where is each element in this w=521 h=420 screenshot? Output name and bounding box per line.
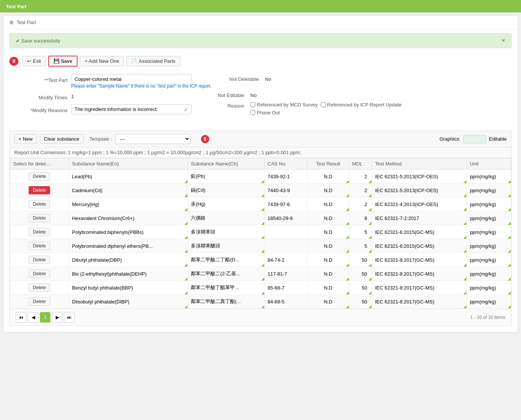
cell-test-result-5: N.D <box>307 239 349 253</box>
not-editable-value: No <box>250 92 257 98</box>
modify-reasons-label: *Modify Reasons <box>15 105 67 113</box>
cell-name-en-0: Lead(Pb) <box>69 170 188 183</box>
cell-mdl-9: 50 <box>349 295 372 309</box>
cell-cas-3: 18540-29-9 <box>264 211 307 225</box>
page-1-button[interactable]: 1 <box>40 312 50 323</box>
title-bar: Test Part <box>0 0 521 12</box>
page-header-title: Test Part <box>17 20 36 25</box>
graphics-label: Graphics: <box>439 136 460 142</box>
cell-unit-1: ppm(mg/kg) <box>467 183 511 197</box>
badge-8: 8 <box>201 135 209 143</box>
col-name-ch: Substance Name(Ch) <box>188 158 265 170</box>
cell-test-method-0: IEC 62321-5:2013(ICP-OES) <box>372 170 467 183</box>
cell-test-result-2: N.D <box>307 197 349 211</box>
cell-delete-1: Delete <box>10 183 69 197</box>
page-header: ⊞ Test Part <box>3 16 518 29</box>
cell-test-result-8: N.D <box>307 281 349 295</box>
cell-mdl-5: 5 <box>349 239 372 253</box>
checkbox-phase-out-input[interactable] <box>250 110 255 115</box>
cell-test-method-2: IEC 62321-4:2013(ICP-OES) <box>372 197 467 211</box>
document-icon: 📄 <box>131 58 137 64</box>
cell-name-en-8: Benzyl butyl phthalate(BBP) <box>69 281 188 295</box>
cell-name-en-4: Polybrominated biphenyls(PBBs) <box>69 225 188 239</box>
cell-unit-6: ppm(mg/kg) <box>467 253 511 267</box>
exit-button[interactable]: ↩ Exit <box>22 56 46 66</box>
not-editable-label: Not Editable <box>210 92 244 98</box>
cell-name-en-2: Mercury(Hg) <box>69 197 188 211</box>
clear-substance-button[interactable]: Clear substance <box>40 134 84 144</box>
delete-button-8[interactable]: Delete <box>29 284 50 292</box>
col-name-en: Substance Name(En) <box>69 158 188 170</box>
delete-button-1[interactable]: Delete <box>29 186 50 194</box>
checkbox-mcd-input[interactable] <box>250 102 255 107</box>
cell-cas-5 <box>264 239 307 253</box>
cell-test-method-3: IEC 62321-7-2:2017 <box>372 211 467 225</box>
report-unit-row: Report Unit Conversion: 1 mg/kg=1 ppm ; … <box>10 147 511 158</box>
cell-name-en-1: Cadmium(Cd) <box>69 183 188 197</box>
cell-unit-4: ppm(mg/kg) <box>467 225 511 239</box>
cell-name-ch-6: 鄰苯二甲酸二丁酯(D... <box>188 253 265 267</box>
modify-reasons-input[interactable] <box>71 104 192 114</box>
cell-mdl-7: 50 <box>349 267 372 281</box>
delete-button-0[interactable]: Delete <box>29 172 50 180</box>
associated-parts-button[interactable]: 📄 Associated Parts <box>126 56 180 66</box>
delete-button-9[interactable]: Delete <box>29 297 50 306</box>
cell-name-en-6: Dibutyl phthalate(DBP) <box>69 253 188 267</box>
delete-button-4[interactable]: Delete <box>29 228 50 236</box>
exit-icon: ↩ <box>27 58 31 64</box>
save-label: Save <box>61 58 72 64</box>
cell-test-result-9: N.D <box>307 295 349 309</box>
cell-test-method-4: IEC 62321-6:2015(GC-MS) <box>372 225 467 239</box>
cell-delete-9: Delete <box>10 295 69 309</box>
next-page-button[interactable]: ▶ <box>52 312 62 323</box>
cell-name-ch-0: 鉛(Pb) <box>188 170 265 183</box>
last-page-button[interactable]: ⏭ <box>64 312 75 323</box>
not-deletable-value: No <box>265 76 271 82</box>
cell-name-en-9: Diisobutyl phthalate(DIBP) <box>69 295 188 309</box>
table-header-row: Select for delet... Substance Name(En) S… <box>10 158 511 170</box>
delete-button-7[interactable]: Delete <box>29 270 50 278</box>
save-button[interactable]: 💾 Save <box>48 56 78 67</box>
delete-button-3[interactable]: Delete <box>29 214 50 222</box>
data-table: Select for delet... Substance Name(En) S… <box>10 158 511 309</box>
cell-cas-1: 7440-43-9 <box>264 183 307 197</box>
cell-name-ch-1: 鎘(Cd) <box>188 183 265 197</box>
cell-unit-2: ppm(mg/kg) <box>467 197 511 211</box>
col-mdl: MDL <box>349 158 372 170</box>
success-banner: ✔ Save successfully × <box>9 33 512 48</box>
test-part-input-wrapper <box>71 74 192 84</box>
template-label: Template : <box>90 136 112 142</box>
cell-cas-9: 84-69-5 <box>264 295 307 309</box>
cell-cas-4 <box>264 225 307 239</box>
delete-button-6[interactable]: Delete <box>29 256 50 264</box>
checkbox-icp-input[interactable] <box>321 102 326 107</box>
add-new-button[interactable]: + Add New One <box>80 56 124 66</box>
page-info: 1 - 10 of 10 items <box>470 315 505 320</box>
first-page-button[interactable]: ⏮ <box>16 312 26 323</box>
success-close-button[interactable]: × <box>502 37 505 44</box>
delete-button-2[interactable]: Delete <box>29 200 50 208</box>
table-row: Delete Lead(Pb) 鉛(Pb) 7439-92-1 N.D 2 IE… <box>10 170 511 183</box>
delete-button-5[interactable]: Delete <box>29 242 50 250</box>
cell-mdl-3: 8 <box>349 211 372 225</box>
modify-reasons-wrapper: ✓ <box>71 104 192 114</box>
cell-unit-5: ppm(mg/kg) <box>467 239 511 253</box>
cell-test-result-4: N.D <box>307 225 349 239</box>
new-button[interactable]: + New <box>14 134 37 144</box>
table-section: + New Clear substance Template : --- 8 G… <box>9 130 512 326</box>
badge-8-wrapper: 8 <box>201 135 209 143</box>
cell-delete-3: Delete <box>10 211 69 225</box>
test-part-input[interactable] <box>71 74 192 84</box>
check-icon: ✓ <box>184 106 189 113</box>
template-select[interactable]: --- <box>115 134 190 144</box>
col-unit: Unit <box>467 158 511 170</box>
exit-label: Exit <box>33 58 41 64</box>
cell-delete-5: Delete <box>10 239 69 253</box>
prev-page-button[interactable]: ◀ <box>28 312 38 323</box>
table-row: Delete Dibutyl phthalate(DBP) 鄰苯二甲酸二丁酯(D… <box>10 253 511 267</box>
pagination-bar: ⏮ ◀ 1 ▶ ⏭ 1 - 10 of 10 items <box>10 309 511 326</box>
cell-cas-2: 7439-97-6 <box>264 197 307 211</box>
graphics-box[interactable] <box>463 135 486 143</box>
editable-label: Editable <box>489 136 507 142</box>
checkbox-phase-out: Phase Out <box>250 110 402 115</box>
